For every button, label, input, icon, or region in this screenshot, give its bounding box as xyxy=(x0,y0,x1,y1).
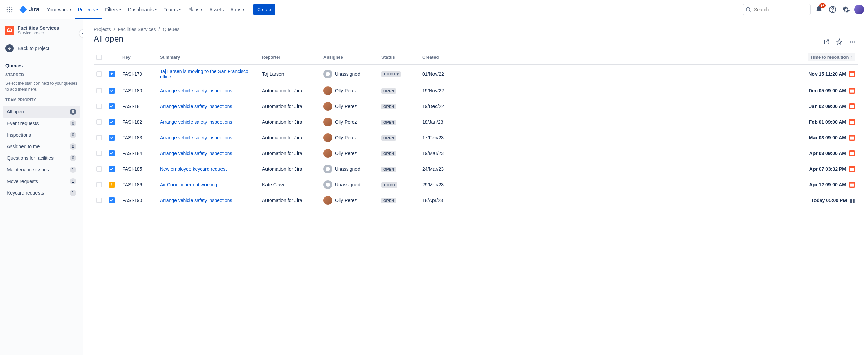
breadcrumb: Projects/Facilities Services/Queues xyxy=(94,27,858,32)
issue-summary-link[interactable]: Arrange vehicle safety inspections xyxy=(160,104,232,109)
notifications-button[interactable]: 9+ xyxy=(813,4,824,15)
status-badge[interactable]: TO DO xyxy=(381,182,397,188)
select-all-checkbox[interactable] xyxy=(96,55,102,60)
queue-count: 1 xyxy=(70,178,76,184)
table-row[interactable]: FASI-182Arrange vehicle safety inspectio… xyxy=(94,114,858,130)
issue-summary-link[interactable]: Arrange vehicle safety inspections xyxy=(160,88,232,93)
nav-plans[interactable]: Plans▾ xyxy=(184,0,206,19)
row-checkbox[interactable] xyxy=(96,166,102,172)
issue-key[interactable]: FASI-181 xyxy=(120,98,157,114)
col-type[interactable]: T xyxy=(106,50,120,65)
table-row[interactable]: FASI-180Arrange vehicle safety inspectio… xyxy=(94,83,858,98)
assignee-name: Olly Perez xyxy=(335,198,357,203)
assignee-name: Unassigned xyxy=(335,71,360,77)
row-checkbox[interactable] xyxy=(96,88,102,93)
queue-item-questions-for-facilities[interactable]: Questions for facilities0 xyxy=(3,152,80,164)
queue-item-maintenance-issues[interactable]: Maintenance issues1 xyxy=(3,164,80,175)
back-to-project[interactable]: Back to project xyxy=(0,41,83,56)
help-icon[interactable] xyxy=(827,4,838,15)
search-input[interactable] xyxy=(743,4,811,15)
table-row[interactable]: FASI-181Arrange vehicle safety inspectio… xyxy=(94,98,858,114)
status-badge[interactable]: OPEN xyxy=(381,88,396,94)
queue-item-move-requests[interactable]: Move requests1 xyxy=(3,175,80,187)
issue-summary-link[interactable]: Arrange vehicle safety inspections xyxy=(160,119,232,125)
svg-point-6 xyxy=(7,11,8,12)
row-checkbox[interactable] xyxy=(96,119,102,125)
sla-paused-icon: ▮▮ xyxy=(849,119,855,125)
issue-key[interactable]: FASI-190 xyxy=(120,192,157,208)
issue-summary-link[interactable]: Arrange vehicle safety inspections xyxy=(160,198,232,203)
queue-item-all-open[interactable]: All open9 xyxy=(3,106,80,118)
queue-label: Assigned to me xyxy=(7,144,40,149)
breadcrumb-item[interactable]: Queues xyxy=(163,27,179,32)
col-created[interactable]: Created xyxy=(420,50,464,65)
col-reporter[interactable]: Reporter xyxy=(259,50,321,65)
table-row[interactable]: !FASI-186Air Conditioner not workingKate… xyxy=(94,177,858,192)
sidebar: Facilities Services Service project Back… xyxy=(0,19,83,355)
issue-key[interactable]: FASI-183 xyxy=(120,130,157,145)
profile-avatar[interactable] xyxy=(854,5,864,14)
status-badge[interactable]: OPEN xyxy=(381,151,396,156)
issue-key[interactable]: FASI-186 xyxy=(120,177,157,192)
issue-summary-link[interactable]: Air Conditioner not working xyxy=(160,182,217,187)
queue-item-keycard-requests[interactable]: Keycard requests1 xyxy=(3,187,80,199)
queue-label: Event requests xyxy=(7,121,39,126)
table-row[interactable]: FASI-179Taj Larsen is moving to the San … xyxy=(94,65,858,83)
queue-item-assigned-to-me[interactable]: Assigned to me0 xyxy=(3,141,80,152)
row-checkbox[interactable] xyxy=(96,104,102,109)
col-summary[interactable]: Summary xyxy=(157,50,259,65)
jira-logo[interactable]: Jira xyxy=(16,5,42,14)
table-row[interactable]: FASI-183Arrange vehicle safety inspectio… xyxy=(94,130,858,145)
status-badge[interactable]: OPEN xyxy=(381,104,396,109)
create-button[interactable]: Create xyxy=(253,4,275,15)
breadcrumb-item[interactable]: Facilities Services xyxy=(118,27,156,32)
queue-item-event-requests[interactable]: Event requests0 xyxy=(3,118,80,129)
issue-summary-link[interactable]: Taj Larsen is moving to the San Francisc… xyxy=(160,68,248,79)
nav-filters[interactable]: Filters▾ xyxy=(102,0,124,19)
row-checkbox[interactable] xyxy=(96,151,102,156)
app-switcher-icon[interactable] xyxy=(4,4,15,15)
task-icon xyxy=(109,197,115,203)
row-checkbox[interactable] xyxy=(96,182,102,187)
breadcrumb-item[interactable]: Projects xyxy=(94,27,111,32)
row-checkbox[interactable] xyxy=(96,71,102,77)
nav-apps[interactable]: Apps▾ xyxy=(227,0,248,19)
nav-assets[interactable]: Assets xyxy=(206,0,227,19)
reporter: Automation for Jira xyxy=(259,192,321,208)
issue-summary-link[interactable]: New employee keycard request xyxy=(160,166,227,172)
col-key[interactable]: Key xyxy=(120,50,157,65)
status-badge[interactable]: OPEN xyxy=(381,135,396,141)
status-badge[interactable]: OPEN xyxy=(381,120,396,125)
svg-line-10 xyxy=(749,11,750,12)
issue-key[interactable]: FASI-179 xyxy=(120,65,157,83)
table-row[interactable]: FASI-190Arrange vehicle safety inspectio… xyxy=(94,192,858,208)
issue-key[interactable]: FASI-180 xyxy=(120,83,157,98)
settings-icon[interactable] xyxy=(841,4,852,15)
table-row[interactable]: FASI-184Arrange vehicle safety inspectio… xyxy=(94,145,858,161)
issue-key[interactable]: FASI-184 xyxy=(120,145,157,161)
open-external-icon[interactable] xyxy=(821,36,832,47)
issue-summary-link[interactable]: Arrange vehicle safety inspections xyxy=(160,151,232,156)
table-row[interactable]: FASI-185New employee keycard requestAuto… xyxy=(94,161,858,177)
reporter: Automation for Jira xyxy=(259,161,321,177)
star-icon[interactable] xyxy=(834,36,845,47)
more-actions-icon[interactable] xyxy=(847,36,858,47)
col-assignee[interactable]: Assignee xyxy=(321,50,379,65)
issue-key[interactable]: FASI-182 xyxy=(120,114,157,130)
col-status[interactable]: Status xyxy=(379,50,420,65)
status-badge[interactable]: OPEN xyxy=(381,198,396,203)
row-checkbox[interactable] xyxy=(96,198,102,203)
issue-summary-link[interactable]: Arrange vehicle safety inspections xyxy=(160,135,232,140)
status-badge[interactable]: OPEN xyxy=(381,167,396,172)
nav-teams[interactable]: Teams▾ xyxy=(160,0,184,19)
row-checkbox[interactable] xyxy=(96,135,102,140)
queue-item-inspections[interactable]: Inspections0 xyxy=(3,129,80,141)
issue-key[interactable]: FASI-185 xyxy=(120,161,157,177)
nav-projects[interactable]: Projects▾ xyxy=(75,0,102,19)
col-sla[interactable]: Time to resolution ↑ xyxy=(464,50,858,65)
svg-point-5 xyxy=(11,9,12,10)
assignee-name: Olly Perez xyxy=(335,151,357,156)
nav-your-work[interactable]: Your work▾ xyxy=(44,0,75,19)
nav-dashboards[interactable]: Dashboards▾ xyxy=(124,0,160,19)
status-badge[interactable]: TO DO ▾ xyxy=(381,71,401,77)
